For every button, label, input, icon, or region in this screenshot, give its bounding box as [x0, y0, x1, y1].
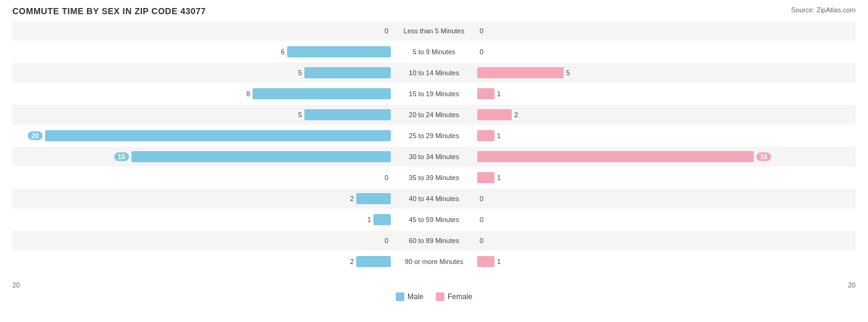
row-label: 15 to 19 Minutes: [409, 90, 459, 97]
row-label: Less than 5 Minutes: [404, 27, 464, 35]
male-value: 0: [385, 174, 388, 181]
chart-row: 45 to 59 Minutes10: [12, 210, 856, 229]
legend-male: Male: [396, 292, 424, 301]
chart-row: 10 to 14 Minutes55: [12, 63, 856, 83]
female-bar: [477, 256, 495, 267]
row-label: 35 to 39 Minutes: [409, 174, 459, 181]
chart-row: 35 to 39 Minutes01: [12, 168, 856, 188]
female-bar: [477, 151, 754, 162]
female-value: 1: [497, 174, 501, 181]
female-bar: [477, 67, 564, 78]
male-bar: [356, 256, 391, 267]
chart-area: Less than 5 Minutes005 to 9 Minutes6010 …: [12, 21, 856, 280]
male-value: 5: [298, 111, 302, 118]
row-label: 10 to 14 Minutes: [409, 69, 459, 76]
axis-right: 20: [848, 281, 856, 289]
row-label: 30 to 34 Minutes: [409, 153, 459, 160]
male-value: 1: [367, 216, 371, 223]
legend-male-box: [396, 292, 404, 301]
male-value: 2: [350, 195, 354, 202]
female-value: 0: [480, 195, 483, 202]
row-label: 60 to 89 Minutes: [409, 237, 459, 244]
female-value: 2: [514, 111, 518, 118]
chart-row: Less than 5 Minutes00: [12, 21, 856, 41]
male-value: 0: [385, 237, 388, 244]
female-value: 0: [480, 48, 483, 56]
male-bar: [131, 151, 391, 162]
female-value: 1: [497, 90, 501, 97]
chart-row: 30 to 34 Minutes1516: [12, 147, 856, 167]
chart-row: 15 to 19 Minutes81: [12, 84, 856, 104]
chart-container: COMMUTE TIME BY SEX IN ZIP CODE 43077 So…: [0, 0, 868, 322]
male-value: 5: [298, 69, 302, 76]
female-value: 1: [497, 258, 501, 265]
female-value: 1: [497, 132, 501, 139]
chart-row: 90 or more Minutes21: [12, 252, 856, 271]
legend-female-label: Female: [448, 292, 472, 301]
male-bar: [304, 109, 391, 120]
female-value: 0: [480, 216, 483, 223]
chart-title: COMMUTE TIME BY SEX IN ZIP CODE 43077: [12, 6, 856, 16]
row-label: 5 to 9 Minutes: [412, 48, 455, 56]
male-value: 20: [28, 132, 43, 139]
row-label: 90 or more Minutes: [405, 258, 464, 265]
female-value: 5: [566, 69, 570, 76]
row-label: 40 to 44 Minutes: [409, 195, 459, 202]
female-bar: [477, 109, 512, 120]
axis-labels: 20 20: [12, 280, 856, 290]
male-value: 6: [281, 48, 285, 56]
legend: Male Female: [12, 292, 856, 301]
male-bar: [45, 130, 391, 141]
source-label: Source: ZipAtlas.com: [791, 6, 856, 14]
row-label: 45 to 59 Minutes: [409, 216, 459, 223]
female-value: 0: [480, 27, 483, 35]
chart-row: 25 to 29 Minutes201: [12, 126, 856, 146]
chart-row: 40 to 44 Minutes20: [12, 189, 856, 208]
female-value: 0: [480, 237, 483, 244]
axis-left: 20: [12, 281, 20, 289]
male-bar: [356, 193, 391, 204]
male-value: 0: [385, 27, 388, 35]
male-value: 2: [350, 258, 354, 265]
male-bar: [373, 214, 391, 225]
legend-female-box: [436, 292, 444, 301]
male-bar: [252, 88, 391, 99]
chart-row: 60 to 89 Minutes00: [12, 231, 856, 250]
female-bar: [477, 172, 495, 183]
legend-male-label: Male: [407, 292, 424, 301]
female-bar: [477, 130, 495, 141]
legend-female: Female: [436, 292, 472, 301]
female-value: 16: [756, 153, 771, 160]
chart-row: 20 to 24 Minutes52: [12, 105, 856, 125]
female-bar: [477, 88, 495, 99]
row-label: 20 to 24 Minutes: [409, 111, 459, 118]
male-value: 15: [114, 153, 129, 160]
row-label: 25 to 29 Minutes: [409, 132, 459, 139]
male-value: 8: [246, 90, 250, 97]
chart-row: 5 to 9 Minutes60: [12, 42, 856, 62]
male-bar: [304, 67, 391, 78]
male-bar: [287, 46, 391, 57]
